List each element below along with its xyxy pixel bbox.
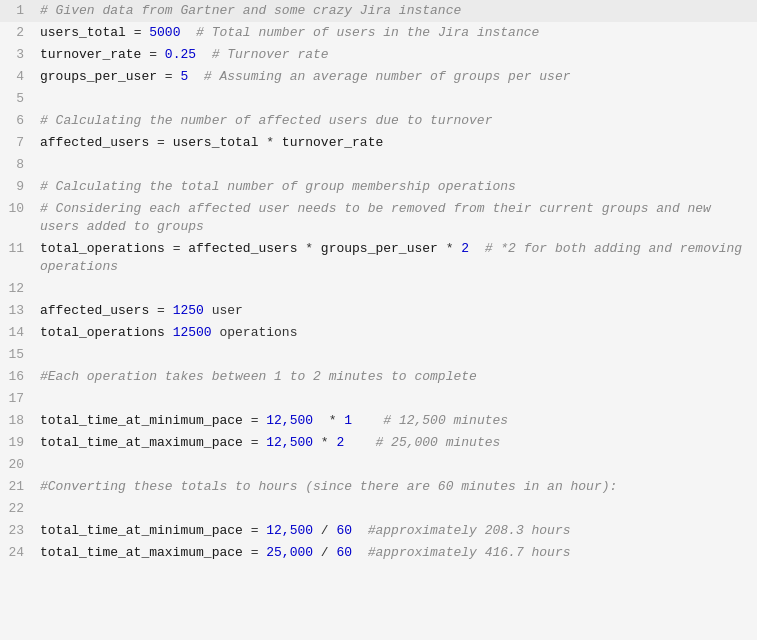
line-content [36,154,757,176]
table-row: 13affected_users = 1250 user [0,300,757,322]
line-number: 14 [0,322,36,344]
table-row: 19total_time_at_maximum_pace = 12,500 * … [0,432,757,454]
table-row: 24total_time_at_maximum_pace = 25,000 / … [0,542,757,564]
line-number: 18 [0,410,36,432]
table-row: 17 [0,388,757,410]
line-number: 19 [0,432,36,454]
table-row: 2users_total = 5000 # Total number of us… [0,22,757,44]
line-number: 21 [0,476,36,498]
table-row: 22 [0,498,757,520]
table-row: 11total_operations = affected_users * gr… [0,238,757,278]
line-number: 7 [0,132,36,154]
table-row: 12 [0,278,757,300]
table-row: 9# Calculating the total number of group… [0,176,757,198]
code-editor: 1# Given data from Gartner and some craz… [0,0,757,640]
table-row: 1# Given data from Gartner and some craz… [0,0,757,22]
line-content: total_operations 12500 operations [36,322,757,344]
line-number: 15 [0,344,36,366]
line-content: total_time_at_maximum_pace = 25,000 / 60… [36,542,757,564]
line-number: 9 [0,176,36,198]
line-content: # Given data from Gartner and some crazy… [36,0,757,22]
line-number: 12 [0,278,36,300]
line-number: 22 [0,498,36,520]
line-number: 8 [0,154,36,176]
table-row: 10# Considering each affected user needs… [0,198,757,238]
line-content: affected_users = users_total * turnover_… [36,132,757,154]
line-number: 23 [0,520,36,542]
line-content: #Each operation takes between 1 to 2 min… [36,366,757,388]
line-content [36,388,757,410]
table-row: 18total_time_at_minimum_pace = 12,500 * … [0,410,757,432]
line-content [36,344,757,366]
table-row: 7affected_users = users_total * turnover… [0,132,757,154]
line-content: affected_users = 1250 user [36,300,757,322]
line-number: 6 [0,110,36,132]
line-number: 1 [0,0,36,22]
line-number: 10 [0,198,36,220]
line-content: total_operations = affected_users * grou… [36,238,757,278]
table-row: 5 [0,88,757,110]
table-row: 23total_time_at_minimum_pace = 12,500 / … [0,520,757,542]
line-number: 2 [0,22,36,44]
line-content: users_total = 5000 # Total number of use… [36,22,757,44]
table-row: 4groups_per_user = 5 # Assuming an avera… [0,66,757,88]
line-content [36,498,757,520]
line-content [36,88,757,110]
table-row: 14total_operations 12500 operations [0,322,757,344]
line-number: 20 [0,454,36,476]
table-row: 21#Converting these totals to hours (sin… [0,476,757,498]
line-content: turnover_rate = 0.25 # Turnover rate [36,44,757,66]
table-row: 20 [0,454,757,476]
line-number: 4 [0,66,36,88]
line-content [36,454,757,476]
line-number: 16 [0,366,36,388]
line-content: groups_per_user = 5 # Assuming an averag… [36,66,757,88]
table-row: 16#Each operation takes between 1 to 2 m… [0,366,757,388]
line-number: 13 [0,300,36,322]
line-number: 11 [0,238,36,260]
table-row: 8 [0,154,757,176]
line-content: total_time_at_maximum_pace = 12,500 * 2 … [36,432,757,454]
line-content: #Converting these totals to hours (since… [36,476,757,498]
code-table: 1# Given data from Gartner and some craz… [0,0,757,564]
line-number: 3 [0,44,36,66]
table-row: 6# Calculating the number of affected us… [0,110,757,132]
line-number: 24 [0,542,36,564]
table-row: 15 [0,344,757,366]
line-content: # Calculating the total number of group … [36,176,757,198]
line-number: 17 [0,388,36,410]
line-content [36,278,757,300]
line-content: total_time_at_minimum_pace = 12,500 * 1 … [36,410,757,432]
line-content: # Considering each affected user needs t… [36,198,757,238]
line-content: total_time_at_minimum_pace = 12,500 / 60… [36,520,757,542]
line-content: # Calculating the number of affected use… [36,110,757,132]
table-row: 3turnover_rate = 0.25 # Turnover rate [0,44,757,66]
line-number: 5 [0,88,36,110]
